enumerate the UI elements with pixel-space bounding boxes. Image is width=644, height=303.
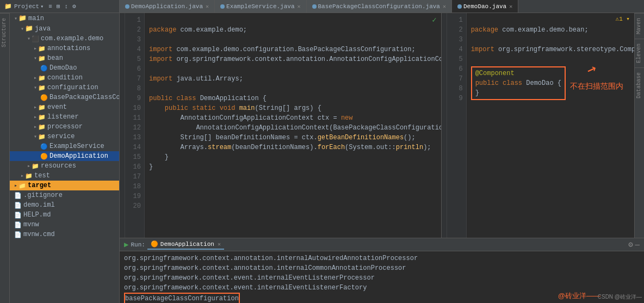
arrow-ann-icon: ▸: [34, 45, 37, 52]
run-app-label: DemoApplication: [160, 241, 214, 248]
folder-java-icon: 📁: [25, 24, 33, 33]
folder-lst-icon: 📁: [38, 114, 46, 121]
toolbar-icon-1[interactable]: ≡: [47, 3, 54, 10]
sidebar-item-test[interactable]: ▸ 📁 test: [10, 171, 119, 181]
file-mvnw-icon: 📄: [14, 221, 22, 228]
sidebar-item-demoapplication[interactable]: 🟠 DemoApplication: [10, 151, 119, 161]
check-mark: ✓: [432, 15, 436, 24]
sidebar-label-target: target: [28, 182, 51, 189]
arrow-cond-icon: ▸: [34, 75, 37, 81]
settings-icon[interactable]: ⚙: [628, 240, 633, 249]
minimize-icon[interactable]: —: [635, 240, 640, 249]
sidebar-item-mvnwcmd[interactable]: 📄 mvnw.cmd: [10, 230, 119, 239]
sidebar-label-resources: resources: [41, 162, 76, 170]
sidebar-item-com[interactable]: ▾ ⬛ com.example.demo: [10, 34, 119, 44]
folder-evt-icon: 📁: [38, 104, 46, 111]
arrow-res-icon: ▸: [27, 163, 30, 169]
run-app-tab[interactable]: 🟠 DemoApplication ✕: [147, 239, 224, 250]
tab-label-demo-app: DemoApplication.java: [131, 3, 203, 10]
dropdown-icon[interactable]: ▾: [40, 3, 44, 10]
run-tab-bar: ▶ Run: 🟠 DemoApplication ✕ ⚙ —: [120, 238, 644, 251]
tab-demo-app[interactable]: DemoApplication.java ✕: [120, 0, 215, 13]
left-gutter: [120, 13, 125, 238]
folder-cond-icon: 📁: [38, 75, 46, 82]
file-mvnwcmd-icon: 📄: [14, 231, 22, 238]
arrow-test-icon: ▸: [21, 172, 24, 179]
sidebar-item-demodao[interactable]: 🔵 DemoDao: [10, 63, 119, 73]
sidebar-item-condition[interactable]: ▸ 📁 condition: [10, 73, 119, 83]
sidebar-item-processor[interactable]: ▸ 📁 processor: [10, 122, 119, 132]
sidebar-label-bean: bean: [47, 54, 63, 62]
toolbar-icon-4[interactable]: ⚙: [71, 2, 78, 10]
sidebar-label-mvnwcmd: mvnw.cmd: [23, 231, 55, 238]
sidebar-item-annotations[interactable]: ▸ 📁 annotations: [10, 44, 119, 53]
run-tab-close[interactable]: ✕: [218, 241, 221, 248]
tab-close-base[interactable]: ✕: [443, 3, 446, 10]
arrow-bean-icon: ▾: [34, 55, 37, 61]
sidebar-item-java[interactable]: ▾ 📁 java: [10, 23, 119, 34]
arrow-evt-icon: ▸: [34, 104, 37, 110]
file-demoapp-icon: 🟠: [40, 153, 48, 160]
tab-dot-demo-app: [125, 4, 129, 9]
sidebar-item-event[interactable]: ▸ 📁 event: [10, 102, 119, 112]
warn-mark: ⚠1 ▾: [616, 15, 630, 22]
left-panel: Structure: [0, 13, 10, 303]
maven-tab[interactable]: Maven: [635, 13, 644, 39]
arrow-java-icon: ▾: [21, 26, 24, 32]
tab-example-service[interactable]: ExampleService.java ✕: [215, 0, 306, 13]
sidebar-item-main[interactable]: ▾ 📁 main: [10, 13, 119, 23]
tab-close-service[interactable]: ✕: [297, 3, 300, 10]
folder-bean-icon: 📁: [38, 55, 46, 62]
sidebar-item-bean[interactable]: ▾ 📁 bean: [10, 53, 119, 63]
right-gutter: [442, 13, 447, 238]
tab-dot-base: [312, 4, 317, 9]
arrow-svc-icon: ▾: [34, 133, 37, 140]
folder-svc-icon: 📁: [38, 133, 46, 140]
file-git-icon: 📄: [14, 192, 22, 199]
folder-res-icon: 📁: [32, 163, 39, 170]
sidebar-label-mvnw: mvnw: [23, 221, 39, 228]
file-basepkg-icon: 🟠: [40, 94, 48, 101]
sidebar-item-iml[interactable]: 📄 demo.iml: [10, 200, 119, 210]
folder-cfg-icon: 📁: [38, 84, 46, 91]
sidebar-item-gitignore[interactable]: 📄 .gitignore: [10, 190, 119, 200]
sidebar-item-resources[interactable]: ▸ 📁 resources: [10, 161, 119, 171]
sidebar-label-gitignore: .gitignore: [23, 191, 63, 199]
sidebar-item-exampleservice[interactable]: 🔵 ExampleService: [10, 141, 119, 151]
folder-test-icon: 📁: [25, 172, 33, 180]
eleven-tab[interactable]: Eleven: [635, 39, 644, 67]
file-iml-icon: 📄: [14, 202, 22, 209]
sidebar-item-listener[interactable]: ▸ 📁 listener: [10, 112, 119, 122]
sidebar-item-mvnw[interactable]: 📄 mvnw: [10, 220, 119, 230]
sidebar-label-test: test: [34, 172, 50, 180]
tab-label-service: ExampleService.java: [226, 3, 294, 10]
sidebar-item-basepkg[interactable]: 🟠 BasePackageClassConfi...: [10, 92, 119, 102]
editor-pane-right: 123456789 package com.example.demo.bean;…: [442, 13, 634, 238]
console-highlighted-lines: basePackageClassConfiguration exampleSer…: [124, 293, 240, 303]
package-com-icon: ⬛: [32, 35, 39, 42]
console-line-2: org.springframework.context.annotation.i…: [124, 263, 640, 273]
structure-tab[interactable]: Structure: [0, 13, 9, 52]
sidebar-item-service[interactable]: ▾ 📁 service: [10, 132, 119, 141]
tab-demo-dao[interactable]: DemoDao.java ✕: [452, 0, 518, 13]
sidebar-item-target[interactable]: ▸ 📁 target: [10, 181, 119, 190]
left-code-content[interactable]: package com.example.demo; import com.exa…: [145, 13, 441, 238]
sidebar-label-listener: listener: [47, 113, 79, 121]
toolbar-icon-3[interactable]: ↕: [63, 3, 70, 10]
run-icon[interactable]: ▶: [124, 240, 128, 249]
sidebar-item-config[interactable]: ▾ 📁 configuration: [10, 83, 119, 92]
tab-close-dao[interactable]: ✕: [509, 3, 512, 10]
right-code-content[interactable]: package com.example.demo.bean; import or…: [467, 13, 634, 238]
tab-dot-service: [220, 4, 225, 9]
sidebar-label-iml: demo.iml: [23, 201, 55, 209]
tab-base-pkg[interactable]: BasePackageClassConfiguration.java ✕: [307, 0, 452, 13]
database-tab[interactable]: Database: [635, 67, 644, 103]
sidebar-label-help: HELP.md: [23, 211, 51, 219]
sidebar-label-basepkg: BasePackageClassConfi...: [49, 94, 120, 101]
toolbar-icon-2[interactable]: ⊞: [55, 2, 62, 10]
arrow-com-icon: ▾: [27, 35, 30, 42]
tab-close-demo-app[interactable]: ✕: [206, 3, 209, 10]
console-line-1: org.springframework.context.annotation.i…: [124, 253, 640, 263]
file-dao-icon: 🔵: [40, 65, 48, 72]
sidebar-item-help[interactable]: 📄 HELP.md: [10, 210, 119, 220]
